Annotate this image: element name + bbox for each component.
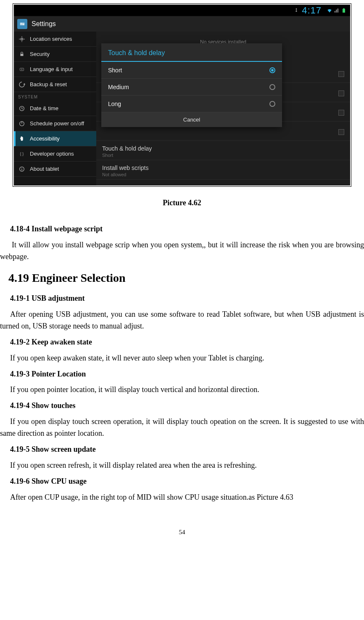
dialog-option-long[interactable]: Long xyxy=(101,95,282,112)
paragraph: If you open screen refresh, it will disp… xyxy=(0,460,364,472)
touch-hold-delay-dialog: Touch & hold delay Short Medium Long Can… xyxy=(101,43,282,127)
heading-4-18-4: 4.18-4 Install webpage script xyxy=(10,223,364,235)
svg-rect-8 xyxy=(21,53,24,56)
checkbox[interactable] xyxy=(338,110,344,116)
wifi-icon xyxy=(327,8,332,13)
checkbox[interactable] xyxy=(338,71,344,77)
heading-4-19-2: 4.19-2 Keep awaken state xyxy=(10,336,364,348)
paragraph: It will allow you install webpage scrip … xyxy=(0,239,364,263)
dialog-title: Touch & hold delay xyxy=(101,43,282,61)
heading-4-19-3: 4.19-3 Pointer Location xyxy=(10,368,364,380)
heading-4-19-5: 4.19-5 Show screen update xyxy=(10,444,364,456)
svg-point-5 xyxy=(23,24,24,25)
clock-icon xyxy=(18,105,26,112)
svg-point-15 xyxy=(21,167,22,168)
heading-4-19: 4.19 Engineer Selection xyxy=(8,269,364,287)
radio-icon xyxy=(269,101,275,107)
lock-icon xyxy=(18,50,26,58)
option-label: Long xyxy=(108,101,121,107)
sidebar-item-label: Location services xyxy=(30,36,72,42)
dialog-option-short[interactable]: Short xyxy=(101,62,282,79)
sidebar-item-language-input[interactable]: A Language & input xyxy=(14,62,96,77)
dialog-cancel-button[interactable]: Cancel xyxy=(101,112,282,127)
svg-text:A: A xyxy=(21,68,22,70)
svg-point-4 xyxy=(21,23,22,24)
row-secondary: Short xyxy=(102,153,152,158)
dialog-option-medium[interactable]: Medium xyxy=(101,79,282,95)
heading-4-19-1: 4.19-1 USB adjustment xyxy=(10,293,364,305)
battery-icon xyxy=(341,8,347,13)
svg-rect-1 xyxy=(343,8,345,9)
svg-rect-16 xyxy=(21,169,22,170)
sidebar-item-location-services[interactable]: Location services xyxy=(14,32,96,47)
usb-icon xyxy=(293,8,299,13)
option-label: Short xyxy=(108,67,122,74)
heading-4-19-6: 4.19-6 Show CPU usage xyxy=(10,476,364,488)
row-primary: Install web scripts xyxy=(102,164,148,171)
sidebar-item-label: Developer options xyxy=(30,151,74,157)
row-secondary: Not allowed xyxy=(102,172,148,177)
panel-row-touch-hold[interactable]: Touch & hold delay Short xyxy=(96,141,350,160)
sidebar-item-label: Language & input xyxy=(30,66,73,72)
option-label: Medium xyxy=(108,84,129,90)
sidebar-item-label: Schedule power on/off xyxy=(30,120,84,127)
tablet-screen: 4:17 Settings xyxy=(14,5,350,185)
sidebar-item-label: About tablet xyxy=(30,166,59,172)
settings-app-icon xyxy=(17,19,27,29)
keyboard-icon: A xyxy=(18,66,26,73)
figure-caption: Picture 4.62 xyxy=(0,199,364,207)
sidebar-item-security[interactable]: Security xyxy=(14,47,96,62)
page-number: 54 xyxy=(0,529,364,536)
location-icon xyxy=(18,35,26,43)
sidebar-section-header: SYSTEM xyxy=(14,92,96,101)
paragraph: After open CUP usage, in the right top o… xyxy=(0,492,364,503)
svg-text:{ }: { } xyxy=(20,152,24,156)
radio-icon xyxy=(269,84,275,90)
document-body: 4.18-4 Install webpage script It will al… xyxy=(0,223,364,503)
paragraph: After opening USB adjustment, you can us… xyxy=(0,309,364,332)
status-bar: 4:17 xyxy=(14,5,350,16)
svg-rect-0 xyxy=(343,9,345,13)
row-primary: Touch & hold delay xyxy=(102,145,152,152)
sidebar-item-backup-reset[interactable]: Backup & reset xyxy=(14,77,96,92)
power-icon xyxy=(18,120,26,127)
heading-4-19-4: 4.19-4 Show touches xyxy=(10,400,364,412)
sidebar-item-label: Accessibility xyxy=(30,135,60,142)
app-title: Settings xyxy=(32,20,56,28)
backup-icon xyxy=(18,81,26,88)
sidebar-item-label: Date & time xyxy=(30,105,58,111)
hand-icon xyxy=(18,135,26,143)
braces-icon: { } xyxy=(18,150,26,158)
checkbox[interactable] xyxy=(338,90,344,96)
radio-selected-icon xyxy=(269,67,275,73)
figure-android-screenshot: 4:17 Settings xyxy=(13,3,351,187)
sidebar-item-label: Backup & reset xyxy=(30,81,67,87)
signal-icons xyxy=(327,8,347,13)
paragraph: If you open pointer location, it will di… xyxy=(0,384,364,396)
info-icon xyxy=(18,165,26,173)
app-title-bar: Settings xyxy=(14,16,350,32)
paragraph: If you open display touch screen operati… xyxy=(0,416,364,440)
status-clock: 4:17 xyxy=(302,5,322,16)
sidebar-item-schedule-power[interactable]: Schedule power on/off xyxy=(14,116,96,131)
sidebar-item-label: Security xyxy=(30,51,50,57)
checkbox[interactable] xyxy=(338,129,344,135)
settings-sidebar: Location services Security A Language & … xyxy=(14,32,96,185)
svg-point-7 xyxy=(21,39,22,40)
cell-signal-icon xyxy=(334,8,340,13)
sidebar-item-date-time[interactable]: Date & time xyxy=(14,101,96,116)
sidebar-item-about-tablet[interactable]: About tablet xyxy=(14,162,96,177)
paragraph: If you open keep awaken state, it wll ne… xyxy=(0,352,364,364)
sidebar-item-accessibility[interactable]: Accessibility xyxy=(14,131,96,146)
sidebar-item-developer-options[interactable]: { } Developer options xyxy=(14,146,96,162)
panel-row-install-web-scripts[interactable]: Install web scripts Not allowed xyxy=(96,160,350,180)
